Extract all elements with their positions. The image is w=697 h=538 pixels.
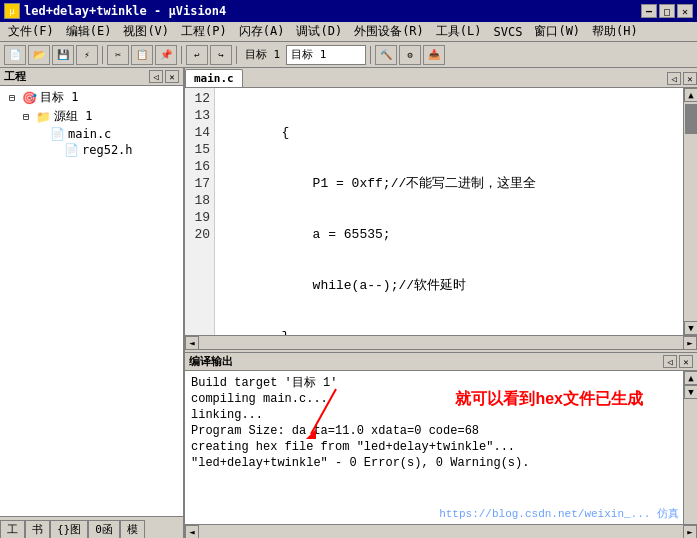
tab-mainc-label: main.c — [194, 72, 234, 85]
toolbar-new[interactable]: 📄 — [4, 45, 26, 65]
tab-pin-button[interactable]: ◁ — [667, 72, 681, 85]
tab-bar-controls: ◁ ✕ — [667, 72, 697, 87]
title-bar-left: µ led+delay+twinkle - µVision4 — [4, 3, 226, 19]
menu-view[interactable]: 视图(V) — [117, 22, 175, 41]
menu-edit[interactable]: 编辑(E) — [60, 22, 118, 41]
ptab-reg[interactable]: 0函 — [88, 520, 120, 538]
build-line-1: Build target '目标 1' — [191, 375, 677, 391]
code-content[interactable]: { P1 = 0xff;//不能写二进制，这里全 a = 65535; whil… — [215, 88, 683, 335]
code-editor[interactable]: 12 13 14 15 16 17 18 19 20 { P1 = 0xff — [185, 88, 683, 335]
toolbar-sep3 — [236, 46, 237, 64]
download-button[interactable]: 📥 — [423, 45, 445, 65]
line-numbers: 12 13 14 15 16 17 18 19 20 — [185, 88, 215, 335]
maximize-button[interactable]: □ — [659, 4, 675, 18]
toolbar-open[interactable]: 📂 — [28, 45, 50, 65]
toolbar-btn8[interactable]: ↩ — [186, 45, 208, 65]
file-icon-reg52 — [46, 143, 62, 157]
watermark: https://blog.csdn.net/weixin_... 仿真 — [439, 506, 679, 522]
build-output-wrapper: Build target '目标 1' compiling main.c... … — [185, 371, 697, 524]
expand-icon-group: ⊟ — [18, 110, 34, 124]
target-dropdown-value: 目标 1 — [291, 47, 326, 62]
tree-item-group[interactable]: ⊟ 📁 源组 1 — [2, 107, 181, 126]
menu-debug[interactable]: 调试(D) — [290, 22, 348, 41]
svg-line-0 — [311, 389, 336, 434]
toolbar-btn4[interactable]: ⚡ — [76, 45, 98, 65]
window-controls: — □ ✕ — [641, 4, 693, 18]
vscroll-track[interactable] — [684, 102, 697, 321]
editor-tab-bar: main.c ◁ ✕ — [185, 68, 697, 88]
ptab-project[interactable]: 工 — [0, 520, 25, 538]
build-line-5: creating hex file from "led+delay+twinkl… — [191, 439, 677, 455]
tab-mainc[interactable]: main.c — [185, 69, 243, 87]
tree-item-label-mainc: main.c — [68, 127, 111, 141]
ptab-func[interactable]: {}图 — [50, 520, 88, 538]
tab-bar-left: main.c — [185, 69, 243, 87]
right-panel: main.c ◁ ✕ 12 13 14 15 16 17 — [185, 68, 697, 538]
tree-item-label-group: 源组 1 — [54, 108, 92, 125]
toolbar-btn6[interactable]: 📋 — [131, 45, 153, 65]
reg52-file-icon: 📄 — [64, 143, 79, 157]
menu-svcs[interactable]: SVCS — [488, 22, 529, 41]
build-pin-button[interactable]: ◁ — [663, 355, 677, 368]
menu-tools[interactable]: 工具(L) — [430, 22, 488, 41]
code-section: main.c ◁ ✕ 12 13 14 15 16 17 — [185, 68, 697, 349]
vscroll-thumb[interactable] — [685, 104, 697, 134]
ptab-book[interactable]: 书 — [25, 520, 50, 538]
window-title: led+delay+twinkle - µVision4 — [24, 4, 226, 18]
close-button[interactable]: ✕ — [677, 4, 693, 18]
vscroll-up[interactable]: ▲ — [684, 88, 697, 102]
tree-item-root[interactable]: ⊟ 🎯 目标 1 — [2, 88, 181, 107]
annotation-text: 就可以看到hex文件已生成 — [455, 391, 643, 407]
target-dropdown[interactable]: 目标 1 — [286, 45, 366, 65]
build-section: 编译输出 ◁ ✕ Build target '目标 1' compiling m… — [185, 353, 697, 538]
build-panel-controls: ◁ ✕ — [663, 355, 693, 368]
svg-marker-1 — [306, 429, 316, 439]
build-vscroll-up[interactable]: ▲ — [684, 371, 697, 385]
code-hscrollbar[interactable]: ◄ ► — [185, 335, 697, 349]
panel-pin-button[interactable]: ◁ — [149, 70, 163, 83]
hscroll-left[interactable]: ◄ — [185, 336, 199, 350]
group-folder-icon: 📁 — [36, 110, 51, 124]
menu-peripherals[interactable]: 外围设备(R) — [348, 22, 430, 41]
tab-close-button[interactable]: ✕ — [683, 72, 697, 85]
build-vscrollbar[interactable]: ▲ ▼ — [683, 371, 697, 524]
project-panel-title: 工程 — [4, 69, 26, 84]
toolbar-sep4 — [370, 46, 371, 64]
toolbar-btn5[interactable]: ✂ — [107, 45, 129, 65]
panel-close-button[interactable]: ✕ — [165, 70, 179, 83]
ptab-template[interactable]: 模 — [120, 520, 145, 538]
build-button[interactable]: 🔨 — [375, 45, 397, 65]
title-bar: µ led+delay+twinkle - µVision4 — □ ✕ — [0, 0, 697, 22]
tree-item-reg52[interactable]: 📄 reg52.h — [2, 142, 181, 158]
build-hscroll-left[interactable]: ◄ — [185, 525, 199, 538]
minimize-button[interactable]: — — [641, 4, 657, 18]
build-vscroll-down[interactable]: ▼ — [684, 385, 697, 399]
menu-window[interactable]: 窗口(W) — [528, 22, 586, 41]
build-line-4: Program Size: da ta=11.0 xdata=0 code=68 — [191, 423, 677, 439]
build-hscrollbar[interactable]: ◄ ► — [185, 524, 697, 538]
toolbar-btn7[interactable]: 📌 — [155, 45, 177, 65]
menu-flash[interactable]: 闪存(A) — [233, 22, 291, 41]
menu-help[interactable]: 帮助(H) — [586, 22, 644, 41]
build-hscroll-right[interactable]: ► — [683, 525, 697, 538]
hscroll-right[interactable]: ► — [683, 336, 697, 350]
build-header: 编译输出 ◁ ✕ — [185, 353, 697, 371]
target-icon: 🎯 — [22, 91, 37, 105]
build-hscroll-track[interactable] — [199, 525, 683, 538]
tree-item-mainc[interactable]: 📄 main.c — [2, 126, 181, 142]
mainc-file-icon: 📄 — [50, 127, 65, 141]
menu-project[interactable]: 工程(P) — [175, 22, 233, 41]
build-panel-title: 编译输出 — [189, 354, 233, 369]
build-close-button[interactable]: ✕ — [679, 355, 693, 368]
hscroll-track[interactable] — [199, 336, 683, 350]
vscroll-down[interactable]: ▼ — [684, 321, 697, 335]
toolbar-btn9[interactable]: ↪ — [210, 45, 232, 65]
code-line-14: a = 65535; — [219, 226, 679, 243]
toolbar: 📄 📂 💾 ⚡ ✂ 📋 📌 ↩ ↪ 目标 1 目标 1 🔨 ⚙ 📥 — [0, 42, 697, 68]
rebuild-button[interactable]: ⚙ — [399, 45, 421, 65]
toolbar-save[interactable]: 💾 — [52, 45, 74, 65]
toolbar-sep1 — [102, 46, 103, 64]
code-vscrollbar[interactable]: ▲ ▼ — [683, 88, 697, 335]
build-output: Build target '目标 1' compiling main.c... … — [185, 371, 683, 524]
menu-file[interactable]: 文件(F) — [2, 22, 60, 41]
